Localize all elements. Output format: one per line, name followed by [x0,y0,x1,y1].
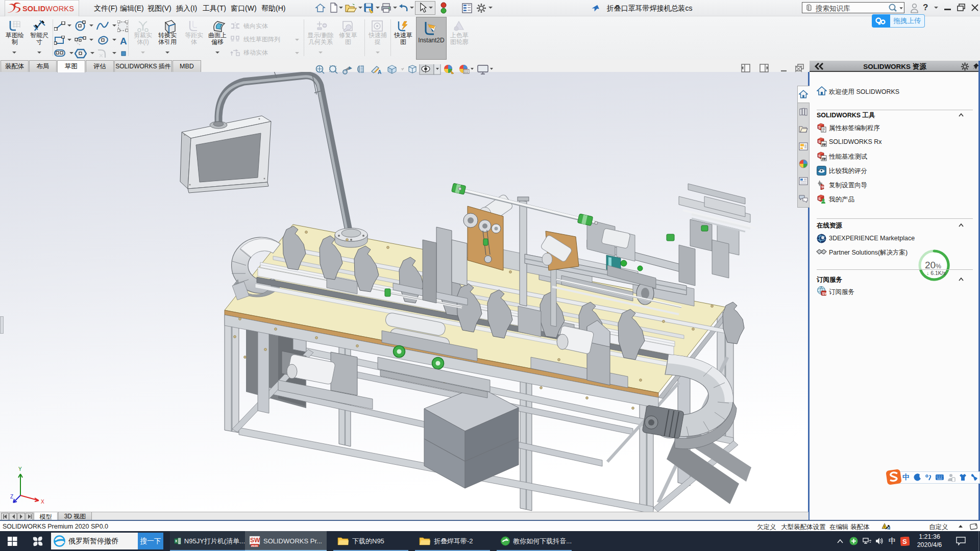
svg-text:X: X [175,539,178,543]
svg-text:X: X [41,499,44,505]
svg-text:SW: SW [250,537,260,544]
svg-text:↓ 6.1K/s: ↓ 6.1K/s [926,270,946,276]
svg-text:SW: SW [821,185,827,189]
svg-text:!: ! [884,524,885,529]
svg-text:Y: Y [18,466,22,472]
svg-text:A: A [120,36,127,46]
svg-text:SW: SW [822,291,827,296]
svg-text:S: S [818,154,821,158]
svg-text:2020: 2020 [251,544,258,547]
svg-text:R: R [822,157,825,161]
svg-text:SOLIDWORKS: SOLIDWORKS [22,5,74,13]
svg-text:R: R [822,142,825,147]
svg-text:S: S [818,139,821,144]
svg-text:A: A [378,69,381,75]
svg-text:S: S [902,538,907,545]
svg-text:S: S [818,125,821,130]
svg-text:S: S [818,196,821,201]
svg-text:Z: Z [10,494,13,499]
